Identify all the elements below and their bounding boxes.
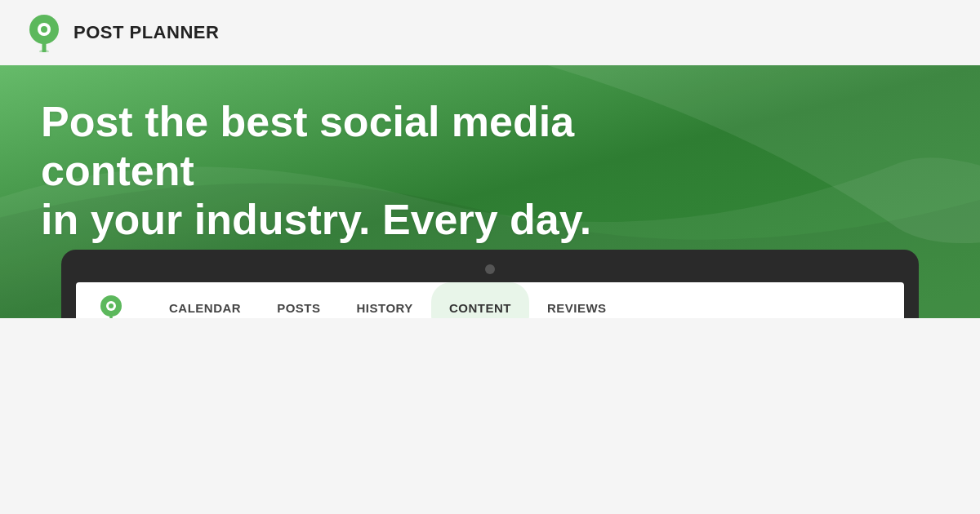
nav-item-content[interactable]: CONTENT <box>431 282 529 318</box>
hero-text: Post the best social media content in yo… <box>0 65 980 277</box>
app-nav-logo <box>96 293 127 319</box>
logo-icon <box>24 13 64 52</box>
brand-name: POST PLANNER <box>74 22 219 43</box>
nav-item-calendar[interactable]: CALENDAR <box>151 282 259 318</box>
tablet-screen: CALENDAR POSTS HISTORY CONTENT REVIEWS <box>76 282 904 318</box>
nav-item-reviews[interactable]: REVIEWS <box>529 282 625 318</box>
hero-section: Post the best social media content in yo… <box>0 65 980 318</box>
nav-item-posts[interactable]: POSTS <box>259 282 338 318</box>
hero-headline: Post the best social media content in yo… <box>41 98 612 244</box>
header: POST PLANNER <box>0 0 980 65</box>
app-nav: CALENDAR POSTS HISTORY CONTENT REVIEWS <box>76 282 904 318</box>
svg-point-7 <box>109 304 114 308</box>
svg-point-3 <box>39 50 49 52</box>
logo-container: POST PLANNER <box>24 13 219 52</box>
nav-item-history[interactable]: HISTORY <box>339 282 431 318</box>
svg-point-2 <box>41 26 47 33</box>
